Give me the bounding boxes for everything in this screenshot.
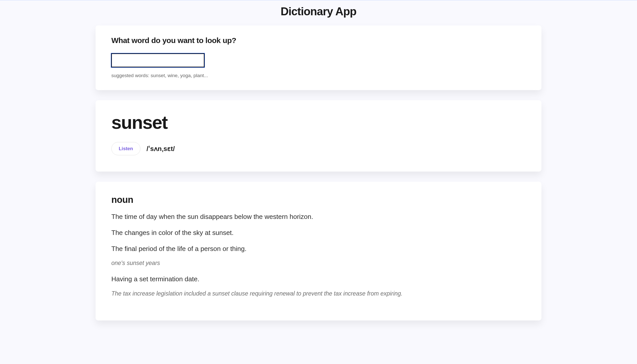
definitions-list: The time of day when the sun disappears … xyxy=(111,212,526,298)
definitions-card: noun The time of day when the sun disapp… xyxy=(96,182,541,320)
definition-text: The changes in color of the sky at sunse… xyxy=(111,228,526,237)
definition-example: The tax increase legislation included a … xyxy=(111,289,526,298)
word-heading: sunset xyxy=(111,112,526,133)
phonetic-text: /ˈsʌnˌsɛt/ xyxy=(147,145,175,153)
search-prompt: What word do you want to look up? xyxy=(111,36,526,45)
definition-example: one's sunset years xyxy=(111,259,526,267)
search-card: What word do you want to look up? sugges… xyxy=(96,25,541,90)
definition-text: The final period of the life of a person… xyxy=(111,244,526,253)
search-input[interactable] xyxy=(111,53,204,67)
suggested-words: suggested words: sunset, wine, yoga, pla… xyxy=(111,73,526,78)
listen-button[interactable]: Listen xyxy=(111,142,140,155)
word-card: sunset Listen /ˈsʌnˌsɛt/ xyxy=(96,100,541,172)
pronunciation-row: Listen /ˈsʌnˌsɛt/ xyxy=(111,142,526,155)
app-title: Dictionary App xyxy=(96,1,541,25)
definition-text: The time of day when the sun disappears … xyxy=(111,212,526,221)
part-of-speech: noun xyxy=(111,194,526,205)
definition-text: Having a set termination date. xyxy=(111,275,526,284)
